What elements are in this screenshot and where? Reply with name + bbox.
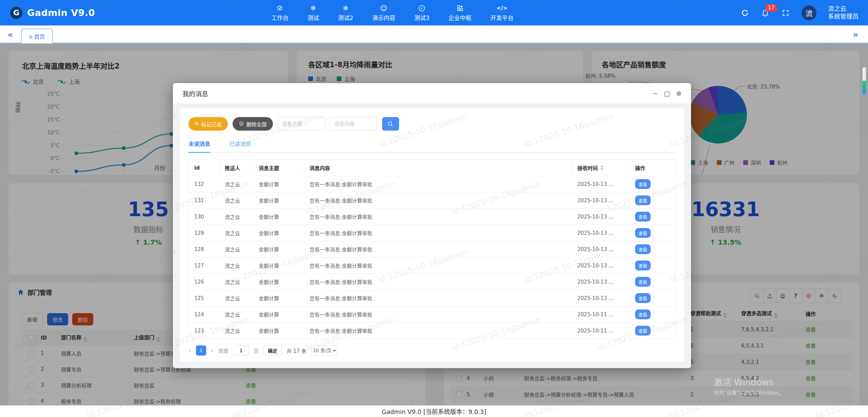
tab-unread[interactable]: 未读消息 bbox=[189, 139, 210, 153]
tabs-scroll-right-icon[interactable]: » bbox=[853, 30, 859, 40]
cell-id: 126 bbox=[189, 279, 219, 285]
mark-read-button[interactable]: ✎ 标记已读 bbox=[189, 117, 228, 131]
cell-content: 您有一条消息:金额计算审批 bbox=[304, 181, 572, 188]
goto-page-input[interactable] bbox=[233, 345, 249, 356]
view-button[interactable]: 查看 bbox=[635, 228, 651, 238]
notifications-bell-icon[interactable]: 17 bbox=[761, 8, 770, 17]
view-button[interactable]: 查看 bbox=[635, 326, 651, 336]
cell-time: 2025-10-13 ... bbox=[572, 246, 630, 252]
page-number[interactable]: 1 bbox=[196, 345, 206, 356]
cell-time: 2025-10-13 ... bbox=[572, 214, 630, 220]
app-title: Gadmin V9.0 bbox=[27, 7, 95, 18]
search-icon bbox=[387, 121, 394, 127]
menu-label: 测试 bbox=[308, 13, 319, 22]
avatar[interactable]: 流 bbox=[802, 5, 816, 20]
cell-subject: 金额计算 bbox=[253, 229, 304, 236]
snowflake-icon: ❄ bbox=[311, 4, 316, 12]
cell-sender: 流之云 bbox=[219, 278, 253, 285]
view-button[interactable]: 查看 bbox=[635, 212, 651, 222]
refresh-icon[interactable] bbox=[741, 8, 749, 17]
subject-input[interactable] bbox=[278, 117, 325, 131]
view-button[interactable]: 查看 bbox=[635, 261, 651, 270]
view-button[interactable]: 查看 bbox=[635, 309, 651, 319]
message-row[interactable]: 129 流之云 金额计算 您有一条消息:金额计算审批 2025-10-13 ..… bbox=[189, 225, 675, 241]
tab-label: 首页 bbox=[34, 32, 45, 40]
cell-id: 127 bbox=[189, 263, 219, 269]
cell-time: 2025-10-13 ... bbox=[572, 181, 630, 187]
cell-content: 您有一条消息:金额计算审批 bbox=[304, 197, 572, 204]
message-row[interactable]: 127 流之云 金额计算 您有一条消息:金额计算审批 2025-10-13 ..… bbox=[189, 258, 675, 274]
view-button[interactable]: 查看 bbox=[635, 195, 651, 205]
delete-all-button[interactable]: 删除全部 bbox=[233, 117, 273, 131]
cell-subject: 金额计算 bbox=[253, 278, 304, 285]
cell-content: 您有一条消息:金额计算审批 bbox=[304, 229, 572, 236]
cell-sender: 流之云 bbox=[219, 327, 253, 334]
col-header-subject: 消息主题 bbox=[253, 160, 304, 176]
tab-home[interactable]: ⌂ 首页 bbox=[21, 29, 53, 43]
scrollbar[interactable] bbox=[863, 67, 866, 94]
cell-time: 2025-10-13 ... bbox=[572, 295, 630, 301]
user-info[interactable]: 流之云 系统管理员 bbox=[828, 5, 859, 20]
cell-time: 2025-10-11 ... bbox=[572, 311, 630, 318]
menu-label: 工作台 bbox=[271, 13, 289, 22]
message-row[interactable]: 123 流之云 金额计算 您有一条消息:金额计算审批 2025-10-11 ..… bbox=[189, 323, 675, 339]
message-row[interactable]: 132 流之云 金额计算 您有一条消息:金额计算审批 2025-10-13 ..… bbox=[189, 176, 675, 192]
message-row[interactable]: 130 流之云 金额计算 您有一条消息:金额计算审批 2025-10-13 ..… bbox=[189, 209, 675, 225]
menu-item-test[interactable]: ❄ 测试 bbox=[308, 4, 319, 22]
footer: Gadmin V9.0 [当前系统版本：9.0.3] bbox=[0, 405, 868, 417]
menu-item-test3[interactable]: 测试3 bbox=[414, 4, 430, 22]
tab-read[interactable]: 已读消息 bbox=[229, 139, 251, 152]
close-icon[interactable]: ⊗ bbox=[676, 90, 682, 97]
menu-label: 企业中枢 bbox=[449, 13, 472, 22]
cell-sender: 流之云 bbox=[219, 213, 253, 220]
menu-item-devplatform[interactable]: </> 开发平台 bbox=[491, 4, 514, 22]
cell-sender: 流之云 bbox=[219, 181, 253, 188]
message-row[interactable]: 131 流之云 金额计算 您有一条消息:金额计算审批 2025-10-13 ..… bbox=[189, 192, 675, 209]
prev-page-icon[interactable]: ‹ bbox=[189, 346, 191, 355]
menu-item-test2[interactable]: ❄ 测试2 bbox=[338, 4, 353, 22]
sort-icon[interactable] bbox=[600, 165, 604, 170]
cell-sender: 流之云 bbox=[219, 295, 253, 302]
view-button[interactable]: 查看 bbox=[635, 293, 651, 303]
tabs-scroll-left-icon[interactable]: « bbox=[7, 30, 13, 40]
menu-item-enterprise[interactable]: 企业中枢 bbox=[449, 4, 472, 22]
view-button[interactable]: 查看 bbox=[635, 277, 651, 287]
cell-time: 2025-10-11 ... bbox=[572, 328, 630, 334]
goto-prefix: 到第 bbox=[218, 347, 229, 354]
confirm-button[interactable]: 确定 bbox=[263, 345, 282, 356]
cell-time: 2025-10-13 ... bbox=[572, 279, 630, 285]
menu-label: 测试3 bbox=[414, 13, 430, 22]
message-row[interactable]: 128 流之云 金额计算 您有一条消息:金额计算审批 2025-10-13 ..… bbox=[189, 241, 675, 258]
message-row[interactable]: 125 流之云 金额计算 您有一条消息:金额计算审批 2025-10-13 ..… bbox=[189, 290, 675, 306]
col-header-time[interactable]: 接收时间 bbox=[572, 160, 630, 176]
dialog-title: 我的消息 bbox=[182, 89, 208, 98]
messages-table-body: 132 流之云 金额计算 您有一条消息:金额计算审批 2025-10-13 ..… bbox=[189, 176, 675, 339]
cell-content: 您有一条消息:金额计算审批 bbox=[304, 278, 572, 285]
maximize-icon[interactable]: □ bbox=[664, 90, 670, 97]
next-page-icon[interactable]: › bbox=[211, 346, 214, 355]
view-button[interactable]: 查看 bbox=[635, 244, 651, 254]
minimize-icon[interactable]: − bbox=[652, 90, 658, 97]
brand[interactable]: G Gadmin V9.0 bbox=[10, 7, 95, 19]
dialog-header[interactable]: 我的消息 − □ ⊗ bbox=[173, 83, 691, 103]
message-row[interactable]: 124 流之云 金额计算 您有一条消息:金额计算审批 2025-10-11 ..… bbox=[189, 306, 675, 323]
menu-item-workbench[interactable]: 工作台 bbox=[271, 4, 289, 22]
page: G Gadmin V9.0 工作台 ❄ 测试 ❄ 测试2 ☺ 演示内容 测试3 bbox=[0, 0, 868, 417]
view-button[interactable]: 查看 bbox=[635, 179, 651, 189]
page-size-select[interactable]: 20 条/页 bbox=[311, 345, 337, 356]
fullscreen-icon[interactable] bbox=[781, 8, 790, 17]
cell-sender: 流之云 bbox=[219, 262, 253, 269]
menu-label: 开发平台 bbox=[491, 13, 514, 22]
navbar-right: 17 流 流之云 系统管理员 bbox=[741, 5, 859, 20]
notification-badge: 17 bbox=[766, 4, 777, 12]
menu-item-demo[interactable]: ☺ 演示内容 bbox=[372, 4, 395, 22]
dialog-body: ✎ 标记已读 删除全部 未读消息 已读消息 bbox=[180, 108, 684, 361]
cell-sender: 流之云 bbox=[219, 229, 253, 236]
cell-content: 您有一条消息:金额计算审批 bbox=[304, 327, 572, 334]
cell-subject: 金额计算 bbox=[253, 295, 304, 302]
content-input[interactable] bbox=[330, 117, 377, 131]
message-row[interactable]: 126 流之云 金额计算 您有一条消息:金额计算审批 2025-10-13 ..… bbox=[189, 274, 675, 290]
search-button[interactable] bbox=[382, 117, 399, 131]
goto-suffix: 页 bbox=[254, 347, 259, 354]
gauge-icon bbox=[276, 4, 283, 12]
